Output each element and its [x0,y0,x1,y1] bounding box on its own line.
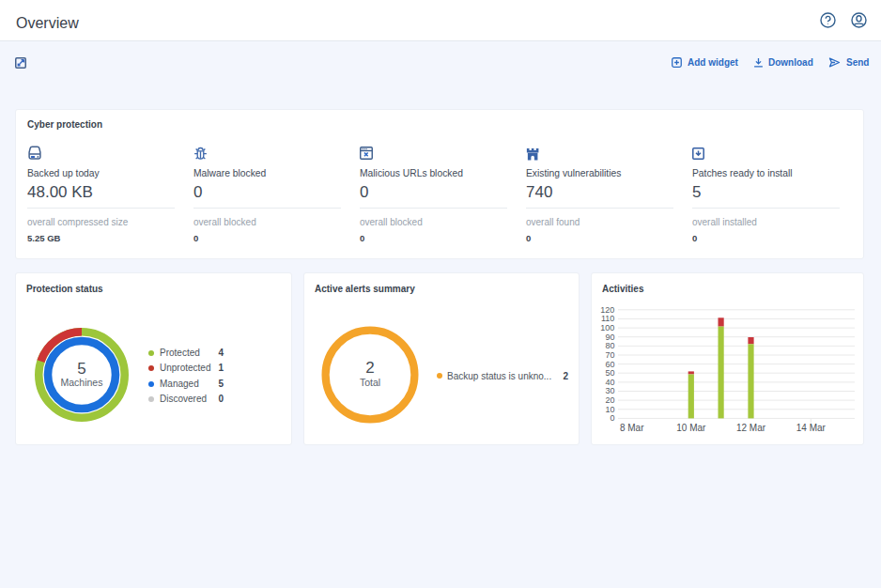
svg-text:14 Mar: 14 Mar [796,423,827,433]
svg-text:90: 90 [605,333,614,342]
svg-text:0: 0 [610,413,614,423]
svg-text:110: 110 [601,314,614,323]
svg-text:80: 80 [605,341,614,350]
svg-text:30: 30 [605,386,614,395]
svg-text:50: 50 [605,368,614,378]
svg-text:60: 60 [605,360,614,369]
svg-text:70: 70 [605,350,614,360]
svg-text:120: 120 [600,305,614,315]
svg-text:12 Mar: 12 Mar [736,423,766,433]
svg-text:40: 40 [605,378,614,387]
svg-text:20: 20 [605,395,614,405]
svg-text:100: 100 [600,323,614,333]
svg-text:10 Mar: 10 Mar [676,423,706,433]
svg-text:8 Mar: 8 Mar [620,423,644,433]
svg-text:10: 10 [605,405,614,414]
